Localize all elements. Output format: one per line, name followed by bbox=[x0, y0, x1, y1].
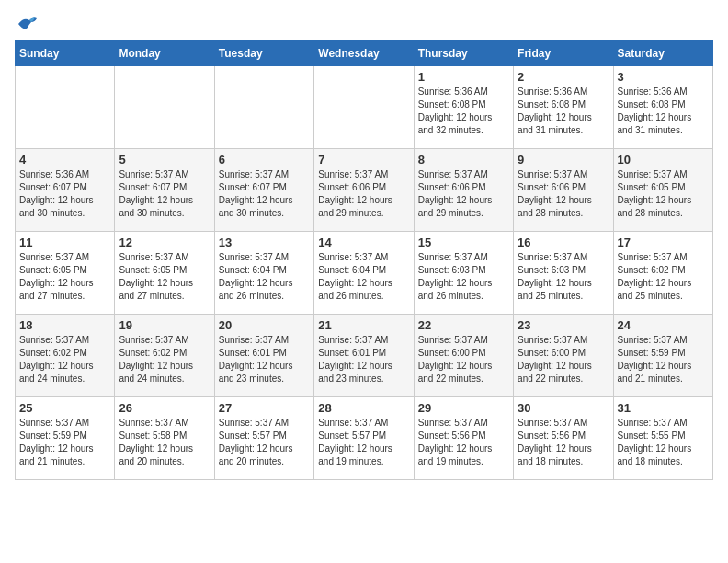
day-info: Sunrise: 5:37 AM Sunset: 6:07 PM Dayligh… bbox=[219, 168, 310, 220]
calendar-cell: 22Sunrise: 5:37 AM Sunset: 6:00 PM Dayli… bbox=[414, 315, 513, 397]
day-info: Sunrise: 5:37 AM Sunset: 6:06 PM Dayligh… bbox=[418, 168, 509, 220]
day-info: Sunrise: 5:37 AM Sunset: 6:02 PM Dayligh… bbox=[119, 334, 210, 385]
day-number: 26 bbox=[119, 401, 210, 415]
day-info: Sunrise: 5:37 AM Sunset: 6:05 PM Dayligh… bbox=[119, 251, 210, 303]
calendar-cell: 19Sunrise: 5:37 AM Sunset: 6:02 PM Dayli… bbox=[115, 315, 214, 397]
calendar-cell bbox=[16, 66, 115, 149]
day-number: 4 bbox=[19, 153, 110, 167]
day-info: Sunrise: 5:37 AM Sunset: 6:01 PM Dayligh… bbox=[219, 334, 310, 385]
day-info: Sunrise: 5:37 AM Sunset: 6:07 PM Dayligh… bbox=[119, 168, 210, 220]
calendar-cell: 18Sunrise: 5:37 AM Sunset: 6:02 PM Dayli… bbox=[16, 315, 115, 397]
calendar-cell: 12Sunrise: 5:37 AM Sunset: 6:05 PM Dayli… bbox=[115, 232, 214, 315]
weekday-header-monday: Monday bbox=[115, 41, 214, 66]
calendar-cell: 9Sunrise: 5:37 AM Sunset: 6:06 PM Daylig… bbox=[514, 149, 613, 232]
calendar-week-5: 25Sunrise: 5:37 AM Sunset: 5:59 PM Dayli… bbox=[16, 397, 713, 480]
day-info: Sunrise: 5:37 AM Sunset: 5:56 PM Dayligh… bbox=[518, 417, 609, 468]
weekday-header-saturday: Saturday bbox=[613, 41, 712, 66]
day-number: 30 bbox=[518, 401, 609, 415]
day-number: 22 bbox=[418, 318, 509, 332]
calendar-week-2: 4Sunrise: 5:36 AM Sunset: 6:07 PM Daylig… bbox=[16, 149, 713, 232]
calendar-cell: 26Sunrise: 5:37 AM Sunset: 5:58 PM Dayli… bbox=[115, 397, 214, 480]
calendar-cell: 28Sunrise: 5:37 AM Sunset: 5:57 PM Dayli… bbox=[314, 397, 414, 480]
day-info: Sunrise: 5:36 AM Sunset: 6:08 PM Dayligh… bbox=[518, 86, 609, 137]
calendar-cell: 25Sunrise: 5:37 AM Sunset: 5:59 PM Dayli… bbox=[16, 397, 115, 480]
day-info: Sunrise: 5:37 AM Sunset: 6:01 PM Dayligh… bbox=[318, 334, 409, 385]
weekday-header-sunday: Sunday bbox=[16, 41, 115, 66]
day-number: 18 bbox=[19, 318, 110, 332]
day-number: 16 bbox=[518, 236, 609, 249]
day-number: 14 bbox=[318, 236, 409, 249]
calendar-week-1: 1Sunrise: 5:36 AM Sunset: 6:08 PM Daylig… bbox=[16, 66, 713, 149]
weekday-header-friday: Friday bbox=[514, 41, 613, 66]
day-number: 7 bbox=[318, 153, 409, 167]
day-info: Sunrise: 5:37 AM Sunset: 5:57 PM Dayligh… bbox=[219, 417, 310, 468]
calendar-cell: 11Sunrise: 5:37 AM Sunset: 6:05 PM Dayli… bbox=[16, 232, 115, 315]
day-number: 21 bbox=[318, 318, 409, 332]
day-number: 29 bbox=[418, 401, 509, 415]
day-info: Sunrise: 5:37 AM Sunset: 6:03 PM Dayligh… bbox=[418, 251, 509, 303]
day-info: Sunrise: 5:37 AM Sunset: 6:05 PM Dayligh… bbox=[19, 251, 110, 303]
calendar-cell: 8Sunrise: 5:37 AM Sunset: 6:06 PM Daylig… bbox=[414, 149, 513, 232]
day-number: 6 bbox=[219, 153, 310, 167]
calendar-week-4: 18Sunrise: 5:37 AM Sunset: 6:02 PM Dayli… bbox=[16, 315, 713, 397]
calendar-cell: 13Sunrise: 5:37 AM Sunset: 6:04 PM Dayli… bbox=[214, 232, 313, 315]
day-number: 23 bbox=[518, 318, 609, 332]
day-info: Sunrise: 5:36 AM Sunset: 6:07 PM Dayligh… bbox=[19, 168, 110, 220]
calendar-cell: 1Sunrise: 5:36 AM Sunset: 6:08 PM Daylig… bbox=[414, 66, 513, 149]
day-number: 25 bbox=[19, 401, 110, 415]
calendar-cell: 10Sunrise: 5:37 AM Sunset: 6:05 PM Dayli… bbox=[613, 149, 712, 232]
day-number: 1 bbox=[418, 70, 509, 84]
day-info: Sunrise: 5:37 AM Sunset: 5:58 PM Dayligh… bbox=[119, 417, 210, 468]
calendar-cell: 15Sunrise: 5:37 AM Sunset: 6:03 PM Dayli… bbox=[414, 232, 513, 315]
day-info: Sunrise: 5:37 AM Sunset: 5:59 PM Dayligh… bbox=[618, 334, 709, 385]
day-info: Sunrise: 5:37 AM Sunset: 6:00 PM Dayligh… bbox=[418, 334, 509, 385]
calendar-cell: 3Sunrise: 5:36 AM Sunset: 6:08 PM Daylig… bbox=[613, 66, 712, 149]
calendar-cell: 14Sunrise: 5:37 AM Sunset: 6:04 PM Dayli… bbox=[314, 232, 414, 315]
calendar-cell: 4Sunrise: 5:36 AM Sunset: 6:07 PM Daylig… bbox=[16, 149, 115, 232]
day-number: 3 bbox=[618, 70, 709, 84]
calendar-cell: 2Sunrise: 5:36 AM Sunset: 6:08 PM Daylig… bbox=[514, 66, 613, 149]
weekday-header-tuesday: Tuesday bbox=[214, 41, 313, 66]
day-number: 11 bbox=[19, 236, 110, 249]
calendar-cell bbox=[214, 66, 313, 149]
day-info: Sunrise: 5:37 AM Sunset: 6:02 PM Dayligh… bbox=[19, 334, 110, 385]
day-info: Sunrise: 5:37 AM Sunset: 5:59 PM Dayligh… bbox=[19, 417, 110, 468]
calendar-cell bbox=[115, 66, 214, 149]
calendar-cell: 5Sunrise: 5:37 AM Sunset: 6:07 PM Daylig… bbox=[115, 149, 214, 232]
calendar-cell: 20Sunrise: 5:37 AM Sunset: 6:01 PM Dayli… bbox=[214, 315, 313, 397]
calendar-week-3: 11Sunrise: 5:37 AM Sunset: 6:05 PM Dayli… bbox=[16, 232, 713, 315]
calendar-cell: 23Sunrise: 5:37 AM Sunset: 6:00 PM Dayli… bbox=[514, 315, 613, 397]
day-number: 8 bbox=[418, 153, 509, 167]
calendar-cell: 30Sunrise: 5:37 AM Sunset: 5:56 PM Dayli… bbox=[514, 397, 613, 480]
day-info: Sunrise: 5:37 AM Sunset: 6:00 PM Dayligh… bbox=[518, 334, 609, 385]
day-number: 24 bbox=[618, 318, 709, 332]
day-number: 20 bbox=[219, 318, 310, 332]
calendar-cell: 16Sunrise: 5:37 AM Sunset: 6:03 PM Dayli… bbox=[514, 232, 613, 315]
calendar-cell bbox=[314, 66, 414, 149]
day-info: Sunrise: 5:37 AM Sunset: 5:55 PM Dayligh… bbox=[618, 417, 709, 468]
calendar-cell: 29Sunrise: 5:37 AM Sunset: 5:56 PM Dayli… bbox=[414, 397, 513, 480]
day-info: Sunrise: 5:37 AM Sunset: 6:02 PM Dayligh… bbox=[618, 251, 709, 303]
calendar-cell: 6Sunrise: 5:37 AM Sunset: 6:07 PM Daylig… bbox=[214, 149, 313, 232]
day-number: 5 bbox=[119, 153, 210, 167]
calendar-header bbox=[15, 15, 713, 33]
day-number: 2 bbox=[518, 70, 609, 84]
day-info: Sunrise: 5:36 AM Sunset: 6:08 PM Dayligh… bbox=[418, 86, 509, 137]
day-info: Sunrise: 5:37 AM Sunset: 6:04 PM Dayligh… bbox=[318, 251, 409, 303]
day-number: 19 bbox=[119, 318, 210, 332]
calendar-cell: 27Sunrise: 5:37 AM Sunset: 5:57 PM Dayli… bbox=[214, 397, 313, 480]
day-number: 13 bbox=[219, 236, 310, 249]
calendar-cell: 24Sunrise: 5:37 AM Sunset: 5:59 PM Dayli… bbox=[613, 315, 712, 397]
day-number: 28 bbox=[318, 401, 409, 415]
day-info: Sunrise: 5:36 AM Sunset: 6:08 PM Dayligh… bbox=[618, 86, 709, 137]
day-info: Sunrise: 5:37 AM Sunset: 5:56 PM Dayligh… bbox=[418, 417, 509, 468]
logo bbox=[15, 15, 39, 33]
day-number: 12 bbox=[119, 236, 210, 249]
day-number: 9 bbox=[518, 153, 609, 167]
day-info: Sunrise: 5:37 AM Sunset: 5:57 PM Dayligh… bbox=[318, 417, 409, 468]
calendar-table: SundayMondayTuesdayWednesdayThursdayFrid… bbox=[15, 40, 713, 480]
day-info: Sunrise: 5:37 AM Sunset: 6:06 PM Dayligh… bbox=[518, 168, 609, 220]
day-number: 15 bbox=[418, 236, 509, 249]
calendar-cell: 17Sunrise: 5:37 AM Sunset: 6:02 PM Dayli… bbox=[613, 232, 712, 315]
calendar-cell: 21Sunrise: 5:37 AM Sunset: 6:01 PM Dayli… bbox=[314, 315, 414, 397]
